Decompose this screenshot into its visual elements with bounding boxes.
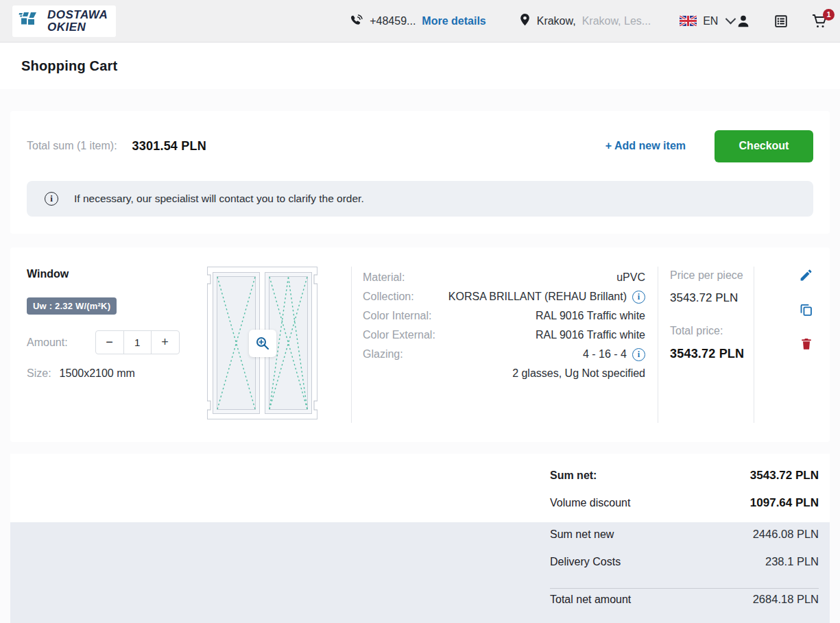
volume-discount-label: Volume discount [550,497,630,509]
detail-label: Collection: [363,291,414,303]
title-strip: Shopping Cart [0,43,840,89]
volume-discount-value: 1097.64 PLN [750,496,819,510]
edit-item-icon[interactable] [799,268,813,282]
more-details-link[interactable]: More details [422,15,485,27]
price-per-piece-label: Price per piece [670,268,754,283]
totals-gray-band: Sum net new 2446.08 PLN Delivery Costs 2… [10,522,830,623]
detail-value: RAL 9016 Traffic white [432,310,646,322]
location-city: Krakow, [537,15,576,27]
detail-value: uPVC [405,271,645,284]
language-label: EN [703,15,718,27]
glazing-info-icon[interactable]: i [632,348,645,361]
chevron-down-icon [725,14,736,25]
totals-divider [550,588,819,589]
cart-summary-card: Total sum (1 item): 3301.54 PLN + Add ne… [10,111,830,234]
uw-value-badge: Uw : 2.32 W/(m²K) [27,297,117,315]
location-group[interactable]: Krakow, Krakow, Les... [519,14,651,28]
page-title: Shopping Cart [21,58,117,74]
detail-label: Color External: [363,329,435,341]
logo-icon [18,9,43,34]
duplicate-item-icon[interactable] [799,302,813,317]
add-new-item-link[interactable]: + Add new item [605,140,686,152]
logo-text: DOSTAWA OKIEN [47,9,108,34]
window-preview-image[interactable] [207,267,317,419]
price-per-piece-value: 3543.72 PLN [670,291,754,305]
amount-label: Amount: [27,337,68,349]
item-left-column: Window Uw : 2.32 W/(m²K) Amount: − 1 + S… [27,267,197,423]
detail-label: Color Internal: [363,310,432,322]
phone-icon [349,14,363,28]
phone-number[interactable]: +48459... [370,15,416,27]
sum-net-value: 3543.72 PLN [750,469,819,482]
orders-list-icon[interactable] [773,14,789,29]
item-type: Window [27,268,197,280]
size-label: Size: [27,367,51,380]
item-price-column: Price per piece 3543.72 PLN Total price:… [658,267,754,423]
cart-icon[interactable]: 1 [811,13,828,29]
total-net-amount-label: Total net amount [550,594,631,606]
quantity-stepper: − 1 + [95,330,180,354]
totals-card: Sum net: 3543.72 PLN Volume discount 109… [10,454,830,522]
total-sum-value: 3301.54 PLN [132,139,206,154]
delivery-costs-label: Delivery Costs [550,556,621,568]
collection-info-icon[interactable]: i [632,291,645,304]
quantity-increase-button[interactable]: + [152,331,179,354]
account-icon[interactable] [736,14,751,29]
detail-value: RAL 9016 Traffic white [435,329,645,341]
location-detail: Krakow, Les... [582,15,651,27]
sum-net-label: Sum net: [550,469,597,482]
top-header: DOSTAWA OKIEN +48459... More details Kra… [0,0,840,42]
header-icons: 1 [736,13,828,29]
total-price-value: 3543.72 PLN [670,347,754,361]
item-actions-column [754,267,813,423]
cart-count-badge: 1 [823,9,835,21]
notice-banner: i If necessary, our specialist will cont… [27,181,813,217]
sum-net-new-value: 2446.08 PLN [753,528,819,541]
detail-value: 2 glasses, Ug Not specified [363,367,645,380]
sum-net-new-label: Sum net new [550,528,614,541]
logo[interactable]: DOSTAWA OKIEN [12,5,116,37]
checkout-button[interactable]: Checkout [715,130,813,162]
info-icon: i [45,192,58,206]
zoom-image-button[interactable] [249,330,276,357]
location-pin-icon [519,14,531,28]
size-value: 1500x2100 mm [60,367,135,380]
detail-value: KORSA BRILLANT (REHAU Brillant) [414,291,627,303]
item-details-column: Material: uPVC Collection: KORSA BRILLAN… [351,267,658,423]
detail-value: 4 - 16 - 4 [403,348,627,361]
phone-group: +48459... More details [349,14,486,28]
total-sum-label: Total sum (1 item): [27,140,117,152]
total-net-amount-value: 2684.18 PLN [753,593,819,606]
quantity-decrease-button[interactable]: − [96,331,123,354]
detail-label: Glazing: [363,348,403,361]
delete-item-icon[interactable] [800,337,813,351]
notice-text: If necessary, our specialist will contac… [74,193,364,205]
cart-item-row: Window Uw : 2.32 W/(m²K) Amount: − 1 + S… [10,247,830,442]
language-selector[interactable]: EN [680,15,734,27]
quantity-value: 1 [123,331,152,354]
total-price-label: Total price: [670,325,754,337]
detail-label: Material: [363,271,405,284]
uk-flag-icon [680,16,697,26]
delivery-costs-value: 238.1 PLN [765,555,819,568]
